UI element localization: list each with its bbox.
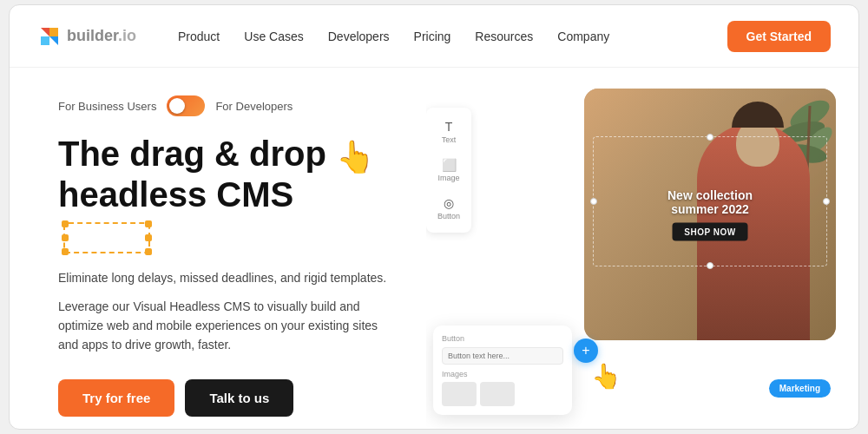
sel-dot-bottom [707,262,713,269]
image-tool-icon: ⬜ [442,158,457,172]
text-tool-label: Text [442,135,457,144]
main-nav: Product Use Cases Developers Pricing Res… [178,30,727,43]
corner-br [145,248,152,255]
toggle-track [167,95,205,116]
ui-preview: T Text ⬜ Image ◎ Button [426,82,845,415]
corner-mr [145,234,152,241]
marketing-badge: Marketing [769,379,831,398]
add-element-button[interactable]: + [574,339,598,363]
dashed-selection-box [63,222,150,253]
browser-frame: builder.io Product Use Cases Developers … [9,4,859,430]
nav-item-product[interactable]: Product [178,30,220,43]
sel-dot-right [823,198,830,205]
main-content: For Business Users For Developers The dr… [10,68,858,429]
logo[interactable]: builder.io [37,24,136,49]
text-tool-icon: T [445,120,453,134]
logo-text: builder.io [67,27,136,45]
sidebar-tools: T Text ⬜ Image ◎ Button [426,108,471,233]
edit-images-row [442,382,563,406]
hero-sub1: Eliminate long delays, missed deadlines,… [58,268,391,287]
hero-sub2: Leverage our Visual Headless CMS to visu… [58,297,391,355]
edit-img-2 [480,382,515,406]
tool-text[interactable]: T Text [431,115,466,149]
corner-tr [145,220,152,227]
svg-marker-3 [49,36,58,45]
button-tool-icon: ◎ [444,196,454,210]
get-started-button[interactable]: Get Started [727,21,831,52]
nav-item-resources[interactable]: Resources [475,30,533,43]
fashion-card: New collection summer 2022 SHOP NOW [584,89,836,340]
edit-field-input[interactable] [442,347,563,365]
image-tool-label: Image [437,174,459,182]
edit-panel-header: Button [442,334,563,343]
nav-item-developers[interactable]: Developers [328,30,390,43]
nav-item-use-cases[interactable]: Use Cases [244,30,303,43]
header: builder.io Product Use Cases Developers … [10,5,858,68]
edit-images-label: Images [442,370,563,378]
corner-tl [62,220,69,227]
edit-panel: Button Images [433,326,572,415]
fashion-bg: New collection summer 2022 SHOP NOW [584,89,836,340]
toggle-switch[interactable] [167,95,205,116]
hero-heading: The drag & drop 👆 headless CMS [58,134,391,254]
sel-dot-left [590,198,597,205]
selection-box [593,136,827,266]
svg-marker-0 [41,28,49,36]
corner-bl [62,248,69,255]
svg-marker-2 [41,36,49,45]
hero-right: T Text ⬜ Image ◎ Button [426,68,858,429]
hero-left: For Business Users For Developers The dr… [10,68,426,429]
tool-image[interactable]: ⬜ Image [431,153,466,187]
talk-to-us-button[interactable]: Talk to us [185,379,293,417]
corner-ml [62,234,69,241]
svg-marker-1 [49,28,58,36]
tool-button[interactable]: ◎ Button [431,191,466,226]
sel-dot-top [707,134,713,141]
button-tool-label: Button [437,212,460,220]
toggle-left-label: For Business Users [58,100,156,113]
nav-item-pricing[interactable]: Pricing [414,30,451,43]
toggle-thumb [169,98,185,114]
try-for-free-button[interactable]: Try for free [58,379,174,417]
click-cursor-icon: 👆 [591,362,621,391]
cta-buttons: Try for free Talk to us [58,379,391,417]
hand-icon: 👆 [336,139,375,174]
nav-item-company[interactable]: Company [557,30,609,43]
edit-img-1 [442,382,477,406]
toggle-right-label: For Developers [215,100,293,113]
toggle-row: For Business Users For Developers [58,95,391,116]
